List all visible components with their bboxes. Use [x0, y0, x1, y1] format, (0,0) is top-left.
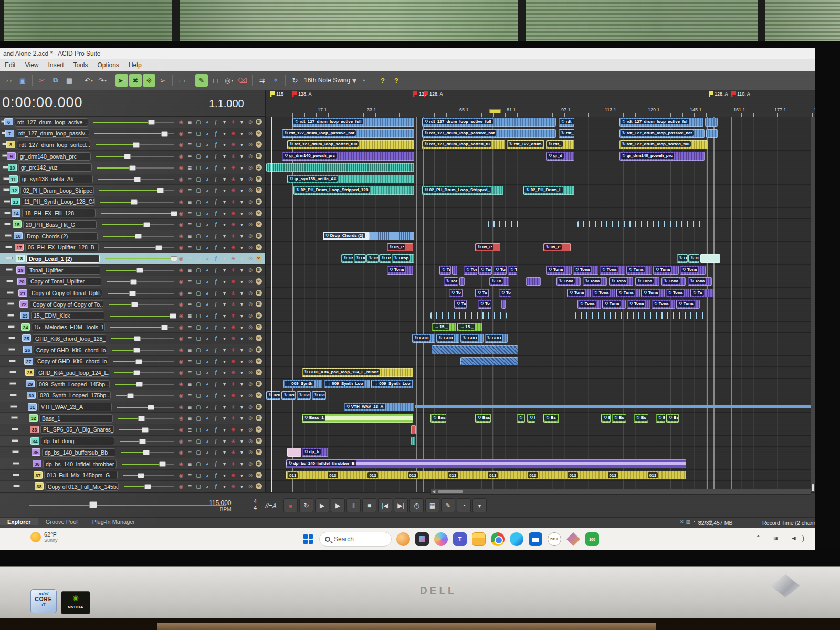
multipurpose-slider-button[interactable]: ▢	[195, 267, 202, 274]
automation-settings-button[interactable]: ✳	[229, 164, 237, 171]
clip[interactable]: ↻Drop	[392, 254, 414, 263]
clip[interactable]: ↻Tona	[609, 277, 633, 286]
volume-handle[interactable]	[134, 177, 141, 182]
solo-button[interactable]: S!	[256, 324, 262, 330]
track-volume-slider[interactable]	[106, 270, 174, 271]
track-volume-slider[interactable]	[100, 202, 174, 203]
track-name[interactable]: gr_prc142_yuz	[18, 163, 92, 172]
track-freeze-button[interactable]: ≣	[186, 392, 194, 399]
volume-handle[interactable]	[135, 234, 142, 239]
vertical-scrollbar-thumb[interactable]	[812, 484, 814, 491]
vertical-scrollbar[interactable]	[811, 117, 815, 492]
help-pointer-button[interactable]: ?	[390, 74, 403, 87]
track-row[interactable]: 1705_PH_FX_Uplifter_128_B_◉≣▢◕ƒ▾✳▾⊘S!	[0, 242, 265, 254]
clip[interactable]: ↻Tor	[439, 266, 451, 275]
clip[interactable]: ↻Tona	[680, 266, 706, 275]
solo-button[interactable]: S!	[256, 187, 262, 193]
multipurpose-slider-button[interactable]: ▢	[195, 381, 202, 387]
mute-button[interactable]: ⊘	[247, 233, 254, 239]
track-name[interactable]: 11_PH_Synth_Loop_128_C#_	[22, 197, 95, 206]
minimize-track-button[interactable]	[10, 394, 17, 396]
automation-caret[interactable]: ▾	[238, 358, 246, 365]
track-volume-slider[interactable]	[113, 361, 174, 362]
record-arm-button[interactable]: ◉	[177, 176, 185, 183]
record-arm-button[interactable]: ◉	[177, 221, 185, 228]
track-volume-slider[interactable]	[104, 247, 174, 248]
clip[interactable]: 013013013013013013013013013013	[286, 471, 686, 480]
track-fx-button[interactable]: ƒ	[212, 130, 219, 137]
minimize-track-button[interactable]	[4, 212, 11, 214]
mute-button[interactable]: ⊘	[247, 244, 254, 251]
clip[interactable]: ↻02_PH_Drum_Loop_Stripped_128	[293, 186, 414, 195]
minimize-track-button[interactable]	[11, 416, 18, 419]
volume-handle[interactable]	[148, 405, 154, 410]
go-to-end-button[interactable]: ▶|	[394, 498, 408, 512]
surround-pan-button[interactable]: ◕	[204, 426, 211, 433]
track-volume-slider[interactable]	[115, 384, 174, 385]
mute-button[interactable]: ⊘	[247, 164, 254, 171]
automation-caret[interactable]: ▾	[238, 210, 246, 217]
fx-caret[interactable]: ▾	[221, 278, 228, 285]
clip[interactable]: ↻rdt_127_drum_loop_passive_hat	[282, 129, 414, 138]
track-freeze-button[interactable]: ≣	[186, 460, 194, 467]
clip[interactable]	[411, 425, 416, 434]
clip[interactable]: ↻Tona	[616, 289, 640, 298]
clip[interactable]: ↻VTH_WAV_23_A	[344, 403, 414, 412]
snap-button[interactable]: ◎▾	[223, 74, 235, 87]
solo-button[interactable]: S!	[256, 198, 262, 205]
track-freeze-button[interactable]: ≣	[186, 324, 194, 331]
automation-settings-button[interactable]: ✳	[229, 369, 237, 376]
track-row[interactable]: 28GHD_Kit4_pad_loop_124_E...◉≣▢◕ƒ▾✳▾⊘S!	[0, 367, 265, 379]
multipurpose-slider-button[interactable]: ▢	[195, 358, 202, 365]
volume-handle[interactable]	[124, 154, 131, 159]
clip[interactable]: ↻gr_d	[546, 152, 574, 161]
track-name[interactable]: GHD_Kit6_chord_loop_128_...	[33, 334, 106, 343]
horizontal-scrollbar[interactable]: ◀	[430, 489, 811, 495]
automation-caret[interactable]: ▾	[238, 290, 246, 297]
record-arm-button[interactable]: ◉	[177, 210, 185, 217]
track-volume-slider[interactable]	[108, 293, 174, 294]
fx-caret[interactable]: ▾	[221, 312, 228, 319]
automation-caret[interactable]: ▾	[238, 233, 246, 239]
fx-caret[interactable]: ▾	[221, 198, 228, 205]
surround-pan-button[interactable]: ◕	[204, 164, 211, 171]
clip[interactable]: ↻To	[449, 289, 463, 298]
clip[interactable]: ↻rdt_127_drum_loop_passive_hat	[620, 129, 705, 138]
track-name[interactable]: Drop_Chords (2)	[24, 232, 98, 240]
track-volume-slider[interactable]	[120, 441, 174, 442]
surround-pan-button[interactable]: ◕	[204, 438, 211, 445]
automation-caret[interactable]: ▾	[238, 369, 246, 376]
chrome-icon[interactable]	[491, 532, 505, 546]
track-freeze-button[interactable]: ≣	[186, 176, 194, 183]
track-row[interactable]: 22Copy of Copy of Copy of To...◉≣▢◕ƒ▾✳▾⊘…	[0, 299, 265, 310]
fx-caret[interactable]: ▾	[221, 449, 228, 456]
track-fx-button[interactable]: ƒ	[212, 119, 219, 125]
clip[interactable]: ↻05_P	[543, 243, 571, 252]
multipurpose-slider-button[interactable]: ▢	[195, 244, 202, 251]
automation-settings-button[interactable]: ✳	[229, 472, 237, 479]
track-row[interactable]: 11gr_syn138_netila_A#◉≣▢◕ƒ▾✳▾⊘S!	[0, 174, 265, 185]
record-arm-button[interactable]: ◉	[177, 483, 185, 490]
mute-button[interactable]: ⊘	[247, 267, 254, 274]
minimize-track-button[interactable]	[8, 348, 15, 351]
track-freeze-button[interactable]: ≣	[186, 312, 194, 319]
track-fx-button[interactable]: ƒ	[212, 290, 219, 297]
track-name[interactable]: 028_Synth_Looped_175bp...	[37, 391, 111, 400]
mute-button[interactable]: ⊘	[247, 176, 254, 183]
volume-handle[interactable]	[143, 450, 150, 455]
solo-button[interactable]: S!	[256, 244, 262, 250]
track-name[interactable]: Copy of Tonal_Uplifter	[28, 277, 101, 286]
track-fx-button[interactable]: ƒ	[212, 221, 219, 228]
track-name[interactable]: rdt_127_drum_loop_passiv...	[16, 129, 89, 138]
track-row[interactable]: 36dp_bs_140_infidel_throbber_B◉≣▢◕ƒ▾✳▾⊘S…	[0, 458, 265, 470]
mute-button[interactable]: ⊘	[247, 290, 254, 297]
surround-pan-button[interactable]: ◕	[204, 415, 211, 422]
clip[interactable]: ↻GHD	[460, 334, 484, 343]
dell-icon[interactable]: DELL	[548, 532, 561, 546]
surround-pan-button[interactable]: ◕	[204, 210, 211, 217]
track-fx-button[interactable]: ƒ	[212, 472, 219, 479]
fx-caret[interactable]: ▾	[221, 335, 228, 342]
solo-button[interactable]: S!	[256, 255, 262, 261]
track-freeze-button[interactable]: ≣	[186, 221, 194, 228]
track-volume-slider[interactable]	[98, 179, 174, 180]
